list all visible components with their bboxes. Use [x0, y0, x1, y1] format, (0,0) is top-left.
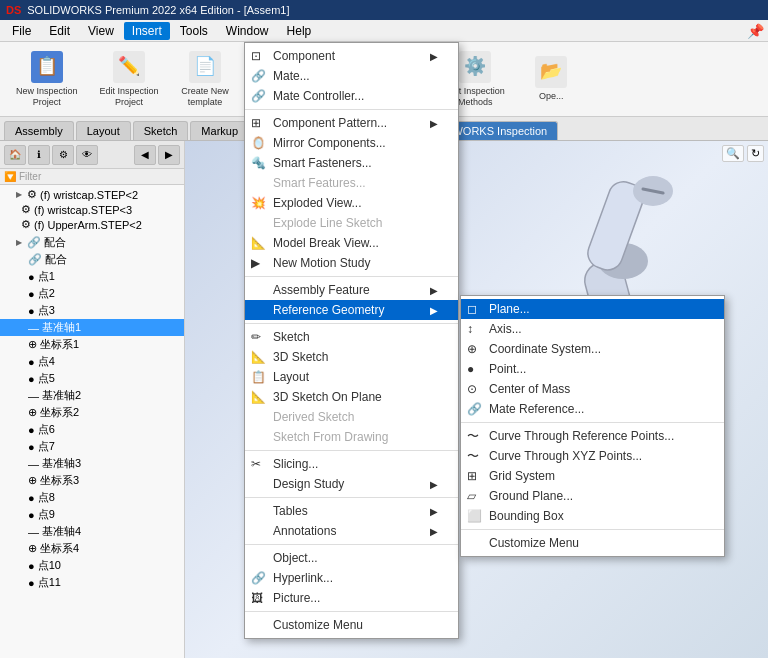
new-inspection-button[interactable]: 📋 New InspectionProject	[8, 47, 86, 112]
tree-item-dian2[interactable]: ● 点2	[0, 285, 184, 302]
tree-item-peihe1[interactable]: ▶ 🔗 配合	[0, 234, 184, 251]
zoom-btn[interactable]: 🔍	[722, 145, 744, 162]
menu-tables[interactable]: Tables ▶	[245, 501, 458, 521]
model-break-label: Model Break View...	[273, 236, 379, 250]
create-new-template-button[interactable]: 📄 Create Newtemplate	[173, 47, 238, 112]
tree-item-jizhuzhou2[interactable]: — 基准轴2	[0, 387, 184, 404]
open-button[interactable]: 📂 Ope...	[519, 52, 584, 106]
new-inspection-icon: 📋	[31, 51, 63, 83]
item-label: 点2	[38, 286, 55, 301]
submenu-bounding-box[interactable]: ⬜ Bounding Box	[461, 506, 724, 526]
tree-item-jizhuzhou4[interactable]: — 基准轴4	[0, 523, 184, 540]
tree-item-dian1[interactable]: ● 点1	[0, 268, 184, 285]
tree-item-dian9[interactable]: ● 点9	[0, 506, 184, 523]
menu-annotations[interactable]: Annotations ▶	[245, 521, 458, 541]
tree-item-dian5[interactable]: ● 点5	[0, 370, 184, 387]
property-manager-btn[interactable]: ℹ	[28, 145, 50, 165]
item-label: 点8	[38, 490, 55, 505]
exploded-label: Exploded View...	[273, 196, 362, 210]
tab-markup[interactable]: Markup	[190, 121, 249, 140]
arrow-left-btn[interactable]: ◀	[134, 145, 156, 165]
curve-ref-icon: 〜	[467, 428, 479, 445]
menu-slicing[interactable]: ✂ Slicing...	[245, 454, 458, 474]
menu-reference-geometry[interactable]: Reference Geometry ▶	[245, 300, 458, 320]
menu-help[interactable]: Help	[279, 22, 320, 40]
submenu-coord-system[interactable]: ⊕ Coordinate System...	[461, 339, 724, 359]
mate-icon: 🔗	[251, 69, 266, 83]
submenu-ground-plane[interactable]: ▱ Ground Plane...	[461, 486, 724, 506]
submenu-curve-xyz[interactable]: 〜 Curve Through XYZ Points...	[461, 446, 724, 466]
menu-hyperlink[interactable]: 🔗 Hyperlink...	[245, 568, 458, 588]
menu-tools[interactable]: Tools	[172, 22, 216, 40]
menu-object[interactable]: Object...	[245, 548, 458, 568]
tab-layout[interactable]: Layout	[76, 121, 131, 140]
menu-picture[interactable]: 🖼 Picture...	[245, 588, 458, 608]
tree-item-wristcap3[interactable]: ⚙ (f) wristcap.STEP<3	[0, 202, 184, 217]
tab-sketch[interactable]: Sketch	[133, 121, 189, 140]
derived-label: Derived Sketch	[273, 410, 354, 424]
menu-customize[interactable]: Customize Menu	[245, 615, 458, 635]
insert-menu: ⊡ Component ▶ 🔗 Mate... 🔗 Mate Controlle…	[244, 42, 459, 639]
menu-smart-fasteners[interactable]: 🔩 Smart Fasteners...	[245, 153, 458, 173]
item-icon: —	[28, 390, 39, 402]
submenu-curve-ref-points[interactable]: 〜 Curve Through Reference Points...	[461, 426, 724, 446]
submenu-grid-system[interactable]: ⊞ Grid System	[461, 466, 724, 486]
feature-tree-btn[interactable]: 🏠	[4, 145, 26, 165]
menu-3d-sketch-on-plane[interactable]: 📐 3D Sketch On Plane	[245, 387, 458, 407]
submenu-center-of-mass[interactable]: ⊙ Center of Mass	[461, 379, 724, 399]
menu-mate-controller[interactable]: 🔗 Mate Controller...	[245, 86, 458, 106]
tree-item-jizhuzhou1[interactable]: — 基准轴1	[0, 319, 184, 336]
motion-icon: ▶	[251, 256, 260, 270]
tree-item-peihe2[interactable]: 🔗 配合	[0, 251, 184, 268]
submenu-arrow: ▶	[430, 506, 438, 517]
menu-file[interactable]: File	[4, 22, 39, 40]
tree-item-dian6[interactable]: ● 点6	[0, 421, 184, 438]
menu-model-break[interactable]: 📐 Model Break View...	[245, 233, 458, 253]
menu-layout[interactable]: 📋 Layout	[245, 367, 458, 387]
menu-view[interactable]: View	[80, 22, 122, 40]
configuration-btn[interactable]: ⚙	[52, 145, 74, 165]
menu-component[interactable]: ⊡ Component ▶	[245, 46, 458, 66]
tree-item-zuobiaoji3[interactable]: ⊕ 坐标系3	[0, 472, 184, 489]
tree-item-dian4[interactable]: ● 点4	[0, 353, 184, 370]
menu-new-motion-study[interactable]: ▶ New Motion Study	[245, 253, 458, 273]
arrow-right-btn[interactable]: ▶	[158, 145, 180, 165]
3d-sketch-icon: 📐	[251, 350, 266, 364]
menu-window[interactable]: Window	[218, 22, 277, 40]
submenu-plane[interactable]: ◻ Plane...	[461, 299, 724, 319]
curve-xyz-icon: 〜	[467, 448, 479, 465]
tree-item-upperarm[interactable]: ⚙ (f) UpperArm.STEP<2	[0, 217, 184, 232]
point-icon: ●	[467, 362, 474, 376]
tree-item-jizhuzhou3[interactable]: — 基准轴3	[0, 455, 184, 472]
tree-item-zuobiaoji4[interactable]: ⊕ 坐标系4	[0, 540, 184, 557]
edit-inspection-button[interactable]: ✏️ Edit InspectionProject	[92, 47, 167, 112]
menu-3d-sketch[interactable]: 📐 3D Sketch	[245, 347, 458, 367]
open-label: Ope...	[539, 91, 564, 102]
tree-item-zuobiaoji1[interactable]: ⊕ 坐标系1	[0, 336, 184, 353]
tab-assembly[interactable]: Assembly	[4, 121, 74, 140]
annotations-label: Annotations	[273, 524, 336, 538]
menu-assembly-feature[interactable]: Assembly Feature ▶	[245, 280, 458, 300]
slicing-icon: ✂	[251, 457, 261, 471]
tree-item-wristcap2[interactable]: ▶ ⚙ (f) wristcap.STEP<2	[0, 187, 184, 202]
tree-item-dian10[interactable]: ● 点10	[0, 557, 184, 574]
menu-edit[interactable]: Edit	[41, 22, 78, 40]
tree-item-dian8[interactable]: ● 点8	[0, 489, 184, 506]
display-manager-btn[interactable]: 👁	[76, 145, 98, 165]
menu-insert[interactable]: Insert	[124, 22, 170, 40]
tree-item-dian11[interactable]: ● 点11	[0, 574, 184, 591]
submenu-mate-reference[interactable]: 🔗 Mate Reference...	[461, 399, 724, 419]
menu-exploded-view[interactable]: 💥 Exploded View...	[245, 193, 458, 213]
tree-item-dian3[interactable]: ● 点3	[0, 302, 184, 319]
menu-design-study[interactable]: Design Study ▶	[245, 474, 458, 494]
tree-item-zuobiaoji2[interactable]: ⊕ 坐标系2	[0, 404, 184, 421]
submenu-point[interactable]: ● Point...	[461, 359, 724, 379]
menu-sketch[interactable]: ✏ Sketch	[245, 327, 458, 347]
tree-item-dian7[interactable]: ● 点7	[0, 438, 184, 455]
menu-mate[interactable]: 🔗 Mate...	[245, 66, 458, 86]
rotate-btn[interactable]: ↻	[747, 145, 764, 162]
submenu-axis[interactable]: ↕ Axis...	[461, 319, 724, 339]
submenu-customize[interactable]: Customize Menu	[461, 533, 724, 553]
menu-component-pattern[interactable]: ⊞ Component Pattern... ▶	[245, 113, 458, 133]
menu-mirror-components[interactable]: 🪞 Mirror Components...	[245, 133, 458, 153]
